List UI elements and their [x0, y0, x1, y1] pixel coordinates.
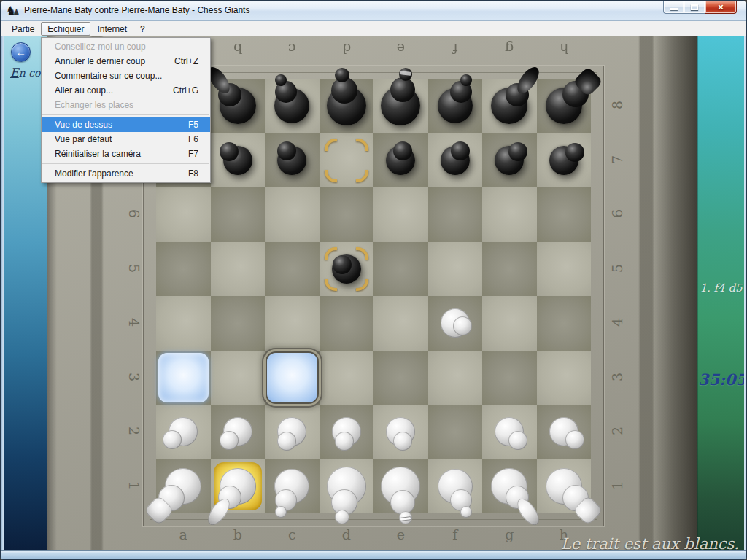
- file-label-top-g: g: [482, 41, 537, 57]
- menu-item-label: Vue par défaut: [55, 134, 112, 144]
- maximize-icon: [691, 4, 698, 10]
- menu-item[interactable]: Annuler le dernier coupCtrl+Z: [42, 54, 210, 69]
- square-g4[interactable]: [482, 296, 537, 351]
- menu-item-shortcut: F8: [188, 168, 198, 179]
- app-icon: ♞♟: [6, 4, 20, 18]
- square-a5[interactable]: [156, 242, 211, 297]
- rank-label-left-5: 5: [126, 257, 142, 279]
- square-e5[interactable]: [374, 242, 428, 297]
- menu-item-shortcut: Ctrl+G: [173, 85, 198, 96]
- square-c4[interactable]: [265, 296, 320, 351]
- highlight-move-hint-framed-c3[interactable]: [267, 353, 317, 403]
- window-border-left: [1, 36, 4, 550]
- file-label-bottom-d: d: [320, 526, 374, 542]
- square-e6[interactable]: [374, 187, 428, 242]
- menu-item[interactable]: Conseillez-moi un coup: [42, 39, 210, 54]
- square-h6[interactable]: [537, 187, 592, 242]
- square-d6[interactable]: [320, 187, 374, 242]
- menu-item[interactable]: Vue de dessusF5: [42, 117, 210, 132]
- square-f2[interactable]: [428, 405, 483, 459]
- menu-item-label: Echanger les places: [55, 100, 133, 110]
- square-f3[interactable]: [428, 351, 483, 405]
- square-a4[interactable]: [156, 296, 211, 351]
- menu-item[interactable]: Commentaire sur ce coup...: [42, 69, 210, 83]
- square-a6[interactable]: [156, 187, 211, 242]
- pawn-layer: [220, 142, 239, 161]
- menu-item[interactable]: Modifier l'apparenceF8: [42, 166, 210, 181]
- square-b6[interactable]: [211, 187, 266, 242]
- square-b4[interactable]: [211, 296, 266, 351]
- menu-item-shortcut: Ctrl+Z: [174, 56, 198, 66]
- rank-label-right-7: 7: [609, 149, 625, 171]
- file-label-top-f: f: [428, 41, 483, 57]
- rank-label-right-4: 4: [609, 311, 625, 333]
- pawn-layer: [163, 430, 182, 449]
- menu-item-label: Vue de dessus: [55, 120, 112, 130]
- menu-item-label: Annuler le dernier coup: [55, 56, 145, 66]
- square-d3[interactable]: [320, 351, 374, 405]
- square-h5[interactable]: [537, 242, 592, 297]
- square-h4[interactable]: [537, 296, 592, 351]
- menu-item-shortcut: F5: [188, 120, 198, 130]
- menu-separator: [42, 114, 209, 115]
- square-d4[interactable]: [320, 296, 374, 351]
- close-button[interactable]: ×: [705, 1, 737, 14]
- rank-label-left-4: 4: [126, 311, 142, 333]
- menu-item-label: Aller au coup...: [55, 85, 113, 96]
- rank-label-left-3: 3: [126, 366, 142, 388]
- minimize-icon: [670, 8, 678, 10]
- file-label-bottom-b: b: [211, 526, 266, 542]
- app-window: ♞♟ Pierre-Marie Baty contre Pierre-Marie…: [0, 0, 747, 560]
- square-g6[interactable]: [482, 187, 537, 242]
- bishop-layer: [275, 74, 287, 86]
- maximize-button[interactable]: [684, 1, 705, 14]
- echiquier-menu-dropdown: Conseillez-moi un coupAnnuler le dernier…: [41, 37, 211, 183]
- highlight-move-hint-a3[interactable]: [158, 353, 209, 403]
- menu-item-label: Modifier l'apparence: [55, 168, 133, 179]
- menubar-item-?[interactable]: ?: [133, 22, 152, 36]
- menubar-item-internet[interactable]: Internet: [90, 22, 133, 36]
- menubar-item-partie[interactable]: Partie: [5, 22, 41, 36]
- rank-label-right-1: 1: [609, 475, 625, 497]
- square-c6[interactable]: [265, 187, 320, 242]
- pawn-layer: [453, 316, 472, 335]
- menu-bar: PartieEchiquierInternet?: [1, 21, 747, 36]
- pawn-layer: [393, 141, 412, 160]
- file-label-top-b: b: [211, 41, 266, 57]
- window-controls: ×: [663, 1, 737, 14]
- back-arrow-icon: ←: [15, 46, 26, 58]
- square-g3[interactable]: [482, 351, 537, 405]
- square-c5[interactable]: [265, 242, 320, 297]
- gold-corner-icon: [325, 139, 337, 151]
- gold-corner-icon: [356, 170, 368, 182]
- last-move-marker-d7: [320, 133, 374, 188]
- square-e4[interactable]: [374, 296, 428, 351]
- gold-corner-icon: [325, 170, 337, 182]
- rank-label-left-1: 1: [126, 475, 142, 497]
- square-h3[interactable]: [537, 351, 592, 405]
- rank-label-right-2: 2: [609, 420, 625, 442]
- square-f5[interactable]: [428, 242, 483, 297]
- gold-corner-icon: [356, 247, 368, 260]
- menu-item[interactable]: Réinitialiser la caméraF7: [42, 147, 210, 161]
- menu-item-shortcut: F6: [188, 134, 198, 144]
- title-bar[interactable]: ♞♟ Pierre-Marie Baty contre Pierre-Marie…: [1, 1, 746, 21]
- menu-item-shortcut: F7: [188, 149, 198, 159]
- queen-layer: [335, 510, 349, 524]
- rank-label-right-8: 8: [609, 94, 625, 116]
- square-b3[interactable]: [211, 351, 266, 405]
- menu-item[interactable]: Aller au coup...Ctrl+G: [42, 83, 210, 98]
- menu-item[interactable]: Vue par défautF6: [42, 132, 210, 147]
- menu-item-label: Conseillez-moi un coup: [55, 42, 146, 52]
- square-f6[interactable]: [428, 187, 483, 242]
- rank-label-right-5: 5: [609, 257, 625, 279]
- square-e3[interactable]: [374, 351, 428, 405]
- menu-item[interactable]: Echanger les places: [42, 98, 210, 112]
- menu-item-label: Commentaire sur ce coup...: [55, 71, 162, 81]
- square-b5[interactable]: [211, 242, 266, 297]
- minimize-button[interactable]: [663, 1, 684, 14]
- file-label-bottom-e: e: [374, 526, 428, 542]
- menubar-item-echiquier[interactable]: Echiquier: [41, 22, 90, 36]
- square-g5[interactable]: [482, 242, 537, 297]
- back-button[interactable]: ←: [11, 42, 31, 62]
